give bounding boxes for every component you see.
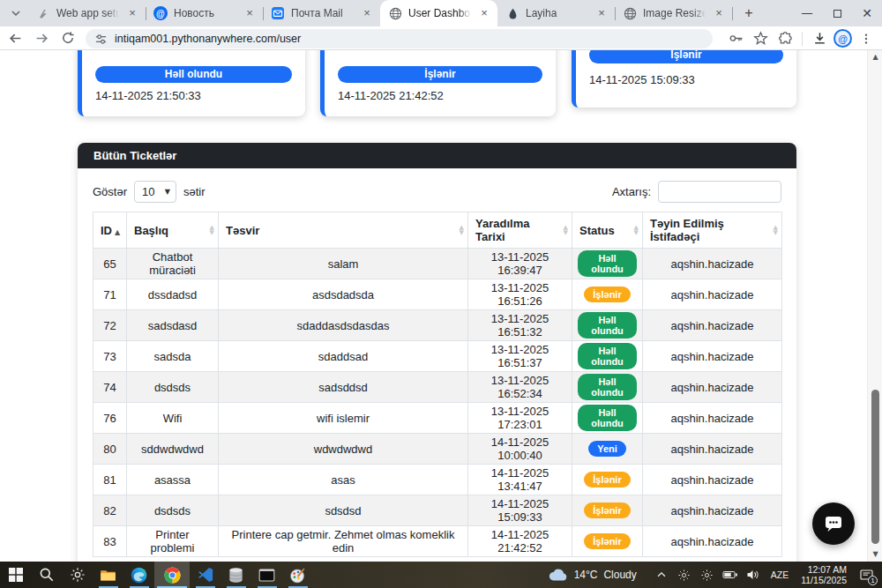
maximize-icon: [833, 10, 841, 18]
cell-title: sadsdasd: [127, 310, 219, 341]
table-row[interactable]: 81 asassa asas 14-11-2025 13:41:47 İşlən…: [93, 465, 782, 495]
rows-label: sətir: [183, 185, 206, 198]
reload-button[interactable]: [56, 26, 79, 49]
cell-created: 14-11-2025 10:00:40: [468, 434, 572, 465]
chevron-down-icon: ▼: [165, 188, 170, 196]
battery-charging-icon: [722, 569, 738, 581]
tab-layiha[interactable]: Layiha ×: [497, 0, 615, 26]
weather-temp: 14°C: [574, 569, 598, 581]
page-scrollbar[interactable]: ▲ ▼: [867, 50, 882, 562]
paint-button[interactable]: [282, 562, 313, 588]
extensions-button[interactable]: [774, 28, 796, 49]
tray-nightlight-button[interactable]: [697, 562, 718, 588]
column-header-istifadeci[interactable]: Təyin Edilmiş İstifadəçi▲▼: [643, 212, 782, 249]
cell-title: Chatbot müraciəti: [127, 249, 219, 279]
passwords-button[interactable]: [725, 28, 746, 49]
column-header-tesvir[interactable]: Təsvir▲▼: [219, 212, 468, 249]
column-header-basliq[interactable]: Başlıq▲▼: [127, 212, 219, 249]
tab-user-dashboard[interactable]: User Dashboard ×: [380, 0, 497, 26]
table-row[interactable]: 71 dssdadsd asdsdadsda 13-11-2025 16:51:…: [93, 279, 782, 310]
file-explorer-button[interactable]: [93, 562, 123, 588]
table-row[interactable]: 76 Wifi wifi islemir 13-11-2025 17:23:01…: [93, 403, 782, 434]
taskbar-search-button[interactable]: [31, 562, 62, 588]
tab-pochta-mail[interactable]: Почта Mail ×: [263, 0, 380, 26]
back-icon: [8, 31, 23, 46]
cell-title: sddwdwdwd: [127, 434, 219, 465]
bookmark-button[interactable]: [750, 28, 771, 49]
table-row[interactable]: 80 sddwdwdwd wdwdwdwd 14-11-2025 10:00:4…: [93, 434, 782, 465]
language-indicator[interactable]: AZE: [766, 569, 794, 580]
chat-widget-button[interactable]: [812, 502, 855, 545]
cell-desc: sdsdsd: [219, 495, 468, 526]
vscode-button[interactable]: [190, 562, 220, 588]
start-button[interactable]: [0, 562, 31, 588]
site-info-icon[interactable]: [94, 33, 108, 46]
tab-close-icon[interactable]: ×: [477, 6, 491, 20]
table-row[interactable]: 65 Chatbot müraciəti salam 13-11-2025 16…: [93, 249, 782, 279]
maximize-button[interactable]: [822, 0, 852, 26]
tab-web-app-setup[interactable]: Web app setup : intiq ×: [28, 0, 146, 26]
tab-close-icon[interactable]: ×: [594, 6, 609, 20]
address-bar[interactable]: intiqam001.pythonanywhere.com/user: [86, 29, 713, 48]
card-status-button[interactable]: Həll olundu: [95, 66, 292, 83]
table-row[interactable]: 72 sadsdasd sdaddasdsdasdas 13-11-2025 1…: [93, 310, 782, 341]
page-size-select[interactable]: 10 ▼: [134, 181, 176, 203]
column-header-tarix[interactable]: Yaradılma Tarixi▲▼: [468, 212, 572, 249]
sort-asc-icon: ▲: [115, 228, 120, 236]
tray-brightness-button[interactable]: [674, 562, 695, 588]
new-tab-button[interactable]: +: [737, 2, 760, 25]
tab-close-icon[interactable]: ×: [712, 6, 726, 20]
table-row[interactable]: 74 dsdsds sadsddsd 13-11-2025 16:52:34 H…: [93, 372, 782, 403]
database-app-button[interactable]: [220, 562, 251, 588]
table-row[interactable]: 73 sadsda sdaddsad 13-11-2025 16:51:37 H…: [93, 341, 782, 372]
card-timestamp: 14-11-2025 21:42:52: [338, 89, 444, 102]
table-row[interactable]: 83 Printer problemi Printere cap getmir.…: [93, 526, 782, 557]
action-center-button[interactable]: 1: [854, 562, 878, 588]
scroll-down-icon[interactable]: ▼: [868, 550, 882, 558]
forward-button[interactable]: [30, 26, 53, 49]
taskbar-widget-button[interactable]: [62, 562, 93, 588]
tray-volume-button[interactable]: [743, 562, 764, 588]
chevron-up-icon: [655, 569, 668, 581]
cell-id: 81: [93, 465, 127, 495]
close-button[interactable]: ✕: [852, 0, 882, 26]
menu-button[interactable]: [856, 28, 877, 49]
tab-close-icon[interactable]: ×: [243, 6, 257, 20]
downloads-button[interactable]: [809, 28, 830, 49]
table-row[interactable]: 82 dsdsds sdsdsd 14-11-2025 15:09:33 İşl…: [93, 495, 782, 526]
vscode-icon: [198, 567, 213, 583]
tab-search-button[interactable]: [5, 3, 26, 24]
notification-badge: 1: [868, 576, 878, 585]
tab-novost[interactable]: @ Новость ×: [146, 0, 263, 26]
extensions-icon: [778, 31, 793, 46]
taskbar-clock[interactable]: 12:07 AM 11/15/2025: [796, 564, 852, 585]
ticket-rows: 65 Chatbot müraciəti salam 13-11-2025 16…: [93, 249, 782, 557]
forward-icon: [34, 31, 49, 46]
back-button[interactable]: [4, 26, 26, 49]
tab-close-icon[interactable]: ×: [360, 6, 374, 20]
sun-icon: [677, 569, 691, 582]
search-input[interactable]: [658, 181, 781, 203]
cell-assignee: aqshin.hacizade: [643, 495, 782, 526]
card-status-button[interactable]: İşlənir: [589, 50, 783, 63]
profile-avatar[interactable]: @: [833, 29, 852, 48]
card-status-button[interactable]: İşlənir: [338, 66, 542, 83]
minimize-button[interactable]: —: [792, 0, 822, 26]
scroll-up-icon[interactable]: ▲: [868, 53, 882, 61]
scrollbar-thumb[interactable]: [871, 390, 879, 544]
tray-battery-button[interactable]: [720, 562, 741, 588]
browser-toolbar: intiqam001.pythonanywhere.com/user @: [0, 26, 882, 50]
edge-button[interactable]: [123, 562, 154, 588]
cell-status: İşlənir: [572, 279, 643, 310]
status-badge: İşlənir: [584, 533, 630, 549]
cell-desc: sadsddsd: [219, 372, 468, 403]
column-header-id[interactable]: ID▲: [93, 212, 127, 249]
column-header-status[interactable]: Status▲▼: [572, 212, 643, 249]
weather-widget[interactable]: 14°C Cloudy: [549, 568, 637, 582]
tray-expand-button[interactable]: [651, 562, 672, 588]
taskbar: 14°C Cloudy AZE 12:07 AM 11/15/2025 1: [0, 562, 882, 588]
tab-close-icon[interactable]: ×: [125, 6, 139, 20]
chrome-button[interactable]: [154, 562, 190, 588]
terminal-button[interactable]: [251, 562, 282, 588]
tab-image-resizer[interactable]: Image Resizer ×: [615, 0, 732, 26]
